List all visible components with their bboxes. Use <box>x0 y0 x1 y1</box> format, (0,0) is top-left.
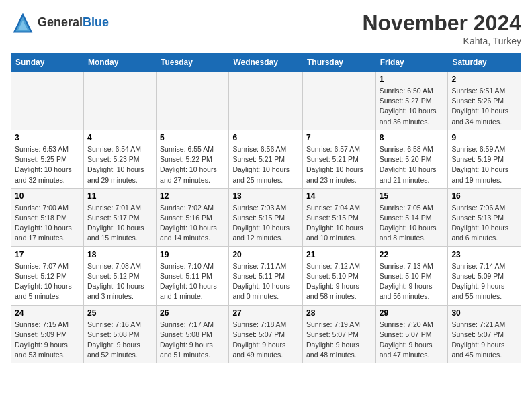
calendar-cell: 26Sunrise: 7:17 AM Sunset: 5:08 PM Dayli… <box>157 305 229 363</box>
month-title: November 2024 <box>362 11 521 36</box>
logo-general: General <box>38 15 83 29</box>
day-number: 8 <box>380 133 445 142</box>
calendar-cell: 5Sunrise: 6:55 AM Sunset: 5:22 PM Daylig… <box>157 130 229 188</box>
day-info: Sunrise: 7:19 AM Sunset: 5:07 PM Dayligh… <box>306 320 372 361</box>
day-number: 20 <box>232 250 299 259</box>
day-info: Sunrise: 6:58 AM Sunset: 5:20 PM Dayligh… <box>380 144 445 185</box>
calendar-cell: 3Sunrise: 6:53 AM Sunset: 5:25 PM Daylig… <box>11 130 84 188</box>
week-row: 10Sunrise: 7:00 AM Sunset: 5:18 PM Dayli… <box>11 188 521 246</box>
calendar-cell: 18Sunrise: 7:08 AM Sunset: 5:12 PM Dayli… <box>83 246 156 305</box>
day-number: 21 <box>306 250 372 259</box>
week-row: 24Sunrise: 7:15 AM Sunset: 5:09 PM Dayli… <box>11 305 521 363</box>
calendar-cell: 29Sunrise: 7:20 AM Sunset: 5:07 PM Dayli… <box>375 305 448 363</box>
calendar-cell: 12Sunrise: 7:02 AM Sunset: 5:16 PM Dayli… <box>157 188 229 246</box>
weekday-header: Thursday <box>303 54 376 72</box>
weekday-header: Tuesday <box>157 54 229 72</box>
day-info: Sunrise: 7:06 AM Sunset: 5:13 PM Dayligh… <box>451 203 517 244</box>
day-number: 4 <box>87 133 152 142</box>
day-info: Sunrise: 6:57 AM Sunset: 5:21 PM Dayligh… <box>306 144 372 185</box>
weekday-header: Monday <box>83 54 156 72</box>
calendar-cell: 7Sunrise: 6:57 AM Sunset: 5:21 PM Daylig… <box>303 130 376 188</box>
day-info: Sunrise: 7:11 AM Sunset: 5:11 PM Dayligh… <box>232 261 299 302</box>
logo: GeneralBlue <box>11 11 109 35</box>
day-number: 6 <box>232 133 299 142</box>
day-number: 14 <box>306 191 372 201</box>
day-info: Sunrise: 7:16 AM Sunset: 5:08 PM Dayligh… <box>87 320 152 361</box>
weekday-header: Friday <box>375 54 448 72</box>
day-info: Sunrise: 7:07 AM Sunset: 5:12 PM Dayligh… <box>15 261 80 302</box>
day-info: Sunrise: 7:20 AM Sunset: 5:07 PM Dayligh… <box>380 320 445 361</box>
day-number: 7 <box>306 133 372 142</box>
day-number: 24 <box>15 308 80 318</box>
day-info: Sunrise: 6:59 AM Sunset: 5:19 PM Dayligh… <box>451 144 517 185</box>
day-info: Sunrise: 6:54 AM Sunset: 5:23 PM Dayligh… <box>87 144 152 185</box>
calendar-cell: 16Sunrise: 7:06 AM Sunset: 5:13 PM Dayli… <box>448 188 521 246</box>
day-number: 23 <box>451 250 517 259</box>
day-info: Sunrise: 6:55 AM Sunset: 5:22 PM Dayligh… <box>160 144 225 185</box>
calendar-cell: 14Sunrise: 7:04 AM Sunset: 5:15 PM Dayli… <box>303 188 376 246</box>
calendar-cell: 13Sunrise: 7:03 AM Sunset: 5:15 PM Dayli… <box>229 188 303 246</box>
day-number: 16 <box>451 191 517 201</box>
calendar-cell: 17Sunrise: 7:07 AM Sunset: 5:12 PM Dayli… <box>11 246 84 305</box>
day-number: 1 <box>380 75 445 84</box>
weekday-header: Saturday <box>448 54 521 72</box>
day-number: 2 <box>451 75 517 84</box>
week-row: 17Sunrise: 7:07 AM Sunset: 5:12 PM Dayli… <box>11 246 521 305</box>
day-number: 18 <box>87 250 152 259</box>
calendar-cell: 20Sunrise: 7:11 AM Sunset: 5:11 PM Dayli… <box>229 246 303 305</box>
day-number: 13 <box>232 191 299 201</box>
calendar-cell <box>229 72 303 130</box>
day-info: Sunrise: 7:08 AM Sunset: 5:12 PM Dayligh… <box>87 261 152 302</box>
calendar-cell <box>303 72 376 130</box>
day-number: 15 <box>380 191 445 201</box>
calendar-cell <box>83 72 156 130</box>
calendar-cell: 24Sunrise: 7:15 AM Sunset: 5:09 PM Dayli… <box>11 305 84 363</box>
day-number: 19 <box>160 250 225 259</box>
day-number: 5 <box>160 133 225 142</box>
calendar-cell: 19Sunrise: 7:10 AM Sunset: 5:11 PM Dayli… <box>157 246 229 305</box>
calendar-cell: 15Sunrise: 7:05 AM Sunset: 5:14 PM Dayli… <box>375 188 448 246</box>
day-info: Sunrise: 7:03 AM Sunset: 5:15 PM Dayligh… <box>232 203 299 244</box>
calendar-cell: 23Sunrise: 7:14 AM Sunset: 5:09 PM Dayli… <box>448 246 521 305</box>
day-info: Sunrise: 7:18 AM Sunset: 5:07 PM Dayligh… <box>232 320 299 361</box>
day-info: Sunrise: 6:50 AM Sunset: 5:27 PM Dayligh… <box>380 86 445 127</box>
day-info: Sunrise: 7:15 AM Sunset: 5:09 PM Dayligh… <box>15 320 80 361</box>
logo-icon <box>11 11 35 35</box>
day-number: 17 <box>15 250 80 259</box>
page-header: GeneralBlue November 2024 Kahta, Turkey <box>11 11 521 46</box>
title-block: November 2024 Kahta, Turkey <box>362 11 521 46</box>
day-number: 27 <box>232 308 299 318</box>
calendar-cell: 8Sunrise: 6:58 AM Sunset: 5:20 PM Daylig… <box>375 130 448 188</box>
calendar-cell: 11Sunrise: 7:01 AM Sunset: 5:17 PM Dayli… <box>83 188 156 246</box>
calendar-header-row: SundayMondayTuesdayWednesdayThursdayFrid… <box>11 54 521 72</box>
week-row: 1Sunrise: 6:50 AM Sunset: 5:27 PM Daylig… <box>11 72 521 130</box>
day-info: Sunrise: 7:01 AM Sunset: 5:17 PM Dayligh… <box>87 203 152 244</box>
day-info: Sunrise: 7:05 AM Sunset: 5:14 PM Dayligh… <box>380 203 445 244</box>
day-info: Sunrise: 7:00 AM Sunset: 5:18 PM Dayligh… <box>15 203 80 244</box>
day-number: 3 <box>15 133 80 142</box>
day-number: 10 <box>15 191 80 201</box>
calendar-cell: 1Sunrise: 6:50 AM Sunset: 5:27 PM Daylig… <box>375 72 448 130</box>
calendar-cell: 30Sunrise: 7:21 AM Sunset: 5:07 PM Dayli… <box>448 305 521 363</box>
location: Kahta, Turkey <box>362 36 521 46</box>
calendar-cell: 9Sunrise: 6:59 AM Sunset: 5:19 PM Daylig… <box>448 130 521 188</box>
day-number: 9 <box>451 133 517 142</box>
day-info: Sunrise: 6:51 AM Sunset: 5:26 PM Dayligh… <box>451 86 517 127</box>
calendar-cell: 2Sunrise: 6:51 AM Sunset: 5:26 PM Daylig… <box>448 72 521 130</box>
day-number: 25 <box>87 308 152 318</box>
week-row: 3Sunrise: 6:53 AM Sunset: 5:25 PM Daylig… <box>11 130 521 188</box>
logo-blue: Blue <box>83 15 109 29</box>
calendar-cell <box>11 72 84 130</box>
day-number: 28 <box>306 308 372 318</box>
weekday-header: Sunday <box>11 54 84 72</box>
day-number: 29 <box>380 308 445 318</box>
day-number: 22 <box>380 250 445 259</box>
calendar-cell <box>157 72 229 130</box>
day-info: Sunrise: 7:04 AM Sunset: 5:15 PM Dayligh… <box>306 203 372 244</box>
day-info: Sunrise: 7:13 AM Sunset: 5:10 PM Dayligh… <box>380 261 445 302</box>
day-info: Sunrise: 7:10 AM Sunset: 5:11 PM Dayligh… <box>160 261 225 302</box>
logo-text: GeneralBlue <box>38 16 109 30</box>
day-number: 26 <box>160 308 225 318</box>
weekday-header: Wednesday <box>229 54 303 72</box>
calendar-cell: 21Sunrise: 7:12 AM Sunset: 5:10 PM Dayli… <box>303 246 376 305</box>
